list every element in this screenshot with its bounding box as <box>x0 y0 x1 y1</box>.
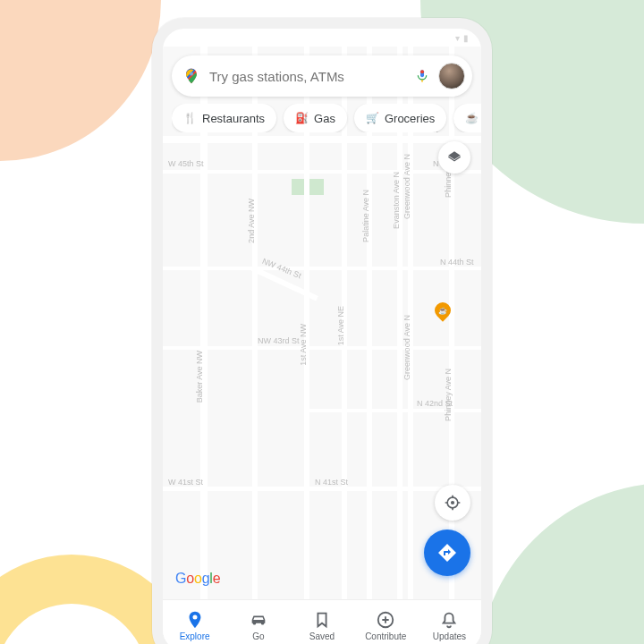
search-bar[interactable] <box>172 55 472 97</box>
plus-circle-icon <box>376 610 395 630</box>
chip-restaurants[interactable]: 🍴 Restaurants <box>172 104 276 132</box>
road-baker <box>200 47 208 644</box>
restaurant-icon: 🍴 <box>183 112 197 124</box>
label-baker: Baker Ave NW <box>195 351 204 402</box>
directions-button[interactable] <box>424 530 470 576</box>
bottom-nav: Explore Go Saved Contribute Updates <box>163 599 481 644</box>
label-nw43: NW 43rd St <box>258 336 300 345</box>
maps-logo-icon <box>182 67 200 85</box>
label-phinney2: Phinney Ave N <box>444 369 453 421</box>
chip-label: Gas <box>314 112 335 125</box>
crosshair-icon <box>444 494 462 512</box>
phone-frame: ▾ ▮ N 46th St <box>152 18 492 644</box>
directions-icon <box>436 542 458 564</box>
label-n41: N 41st St <box>315 478 348 487</box>
layers-icon <box>446 149 462 165</box>
label-evanston: Evanston Ave N <box>392 172 401 229</box>
account-avatar[interactable] <box>438 63 465 89</box>
label-1st-nw: 1st Ave NW <box>299 324 308 366</box>
bg-blob-peach <box>0 0 161 161</box>
nav-label: Explore <box>180 631 210 641</box>
statusbar: ▾ ▮ <box>163 29 481 47</box>
locate-button[interactable] <box>435 485 470 521</box>
grocery-icon: 🛒 <box>366 112 379 124</box>
nav-go[interactable]: Go <box>226 600 290 644</box>
battery-icon: ▮ <box>463 33 469 43</box>
label-w45: W 45th St <box>168 159 204 168</box>
label-2nd-nw: 2nd Ave NW <box>247 199 256 243</box>
road-2nd-nw <box>252 47 258 644</box>
label-palatine: Palatine Ave N <box>361 190 370 242</box>
chip-label: Groceries <box>385 112 435 125</box>
road-palatine <box>367 47 372 644</box>
nav-explore[interactable]: Explore <box>163 600 226 644</box>
layers-button[interactable] <box>438 141 470 174</box>
search-input[interactable] <box>209 69 406 84</box>
nav-label: Saved <box>309 631 335 641</box>
bell-icon <box>439 610 459 630</box>
label-w41: W 41st St <box>168 478 203 487</box>
label-greenwood2: Greenwood Ave N <box>402 315 411 380</box>
wifi-icon: ▾ <box>455 33 460 43</box>
nav-contribute[interactable]: Contribute <box>354 600 418 644</box>
google-watermark: Google <box>175 571 220 587</box>
nav-label: Updates <box>433 631 466 641</box>
chip-gas[interactable]: ⛽ Gas <box>284 104 347 132</box>
go-car-icon <box>249 610 268 630</box>
svg-rect-2 <box>420 70 424 73</box>
gas-icon: ⛽ <box>295 112 309 124</box>
nav-label: Go <box>252 631 264 641</box>
coffee-icon: ☕ <box>465 112 479 124</box>
label-1st-ne: 1st Ave NE <box>336 306 345 345</box>
chip-groceries[interactable]: 🛒 Groceries <box>354 104 446 132</box>
road-43rd <box>163 346 481 350</box>
nav-label: Contribute <box>365 631 406 641</box>
svg-point-4 <box>451 501 454 504</box>
label-n44: N 44th St <box>440 258 474 267</box>
svg-point-0 <box>190 72 193 76</box>
category-chips: 🍴 Restaurants ⛽ Gas 🛒 Groceries ☕ Cof <box>172 104 481 132</box>
road-41st <box>163 487 481 491</box>
nav-updates[interactable]: Updates <box>418 600 481 644</box>
nav-saved[interactable]: Saved <box>290 600 353 644</box>
chip-label: Restaurants <box>202 112 265 125</box>
road-45th <box>163 170 481 174</box>
chip-coffee[interactable]: ☕ Cof <box>453 104 481 132</box>
explore-pin-icon <box>185 610 205 630</box>
bookmark-icon <box>312 610 332 630</box>
road-46th <box>163 136 481 143</box>
app-screen: N 46th St W 45th St N 45th St NW 44th St… <box>163 47 481 644</box>
mic-icon[interactable] <box>415 66 429 86</box>
label-greenwood: Greenwood Ave N <box>402 154 411 219</box>
road-42nd <box>306 409 481 412</box>
